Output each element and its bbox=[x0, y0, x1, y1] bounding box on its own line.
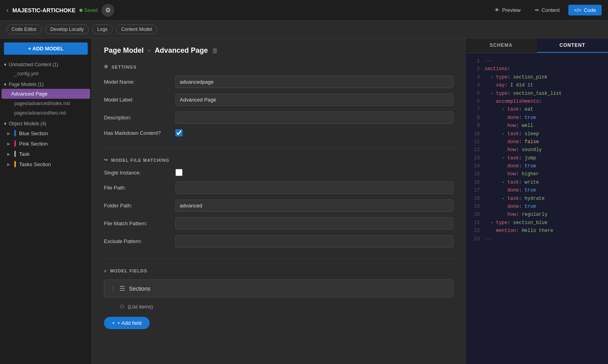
expand-arrow-tasks: ▶ bbox=[7, 162, 10, 167]
code-panel: SCHEMA CONTENT 1--- 2sections: 3 - type:… bbox=[465, 38, 608, 364]
logs-button[interactable]: Logs bbox=[92, 25, 113, 34]
file-match-pattern-row: File Match Pattern: bbox=[104, 217, 453, 230]
sidebar-item-advanced-page[interactable]: Advanced Page bbox=[2, 89, 90, 99]
saved-text: Saved bbox=[84, 8, 98, 13]
code-editor-button[interactable]: Code Editor bbox=[6, 25, 42, 34]
code-line-19: 19 done: true bbox=[466, 203, 608, 211]
code-icon: </> bbox=[574, 7, 581, 13]
trash-icon[interactable]: 🗑 bbox=[212, 47, 218, 54]
model-name-input[interactable] bbox=[175, 76, 453, 88]
add-field-button[interactable]: + + Add field bbox=[104, 317, 150, 329]
exclude-pattern-input[interactable] bbox=[175, 235, 453, 247]
plus-icon: + bbox=[112, 320, 115, 326]
exclude-pattern-label: Exclude Pattern: bbox=[104, 238, 175, 244]
exclude-pattern-row: Exclude Pattern: bbox=[104, 235, 453, 247]
list-icon: ☰ bbox=[119, 285, 125, 292]
code-line-1: 1--- bbox=[466, 57, 608, 65]
page-header: Page Model > Advanced Page 🗑 bbox=[104, 46, 453, 55]
expand-arrow-pink: ▶ bbox=[7, 142, 10, 146]
page-models-section[interactable]: ▾ Page Models (1) bbox=[0, 79, 92, 89]
chevron-down-icon-3: ▾ bbox=[4, 121, 6, 126]
code-line-17: 17 done: true bbox=[466, 186, 608, 194]
toolbar: Code Editor Develop Locally Logs Content… bbox=[0, 21, 608, 38]
code-line-21: 21 - type: section_blue bbox=[466, 219, 608, 227]
single-instance-checkbox[interactable] bbox=[175, 169, 183, 176]
chevron-down-icon: ▾ bbox=[4, 62, 6, 67]
matching-icon: ↪ bbox=[104, 157, 108, 163]
settings-section: ⚙ SETTINGS Model Name: Model Label: Desc… bbox=[104, 64, 453, 136]
code-line-11: 11 done: false bbox=[466, 138, 608, 146]
content-button[interactable]: ✏ Content bbox=[529, 5, 566, 15]
code-line-20: 20 how: regularly bbox=[466, 211, 608, 218]
blue-section-color-bar bbox=[14, 130, 16, 136]
main-layout: + ADD MODEL ▾ Unmatched Content (1) _con… bbox=[0, 38, 608, 364]
code-button[interactable]: </> Code bbox=[568, 5, 602, 15]
code-line-5: 5 - type: section_task_list bbox=[466, 90, 608, 98]
model-label-input[interactable] bbox=[175, 94, 453, 106]
sections-field-name: Sections bbox=[129, 285, 150, 292]
page-title: Advanced Page bbox=[155, 46, 208, 55]
sidebar-item-tasks-section[interactable]: ▶ Tasks Section bbox=[2, 159, 90, 169]
divider-1 bbox=[104, 148, 453, 148]
list-items-row: ⚇ (List items) bbox=[104, 300, 453, 314]
model-label-row: Model Label: bbox=[104, 94, 453, 106]
description-label: Description: bbox=[104, 115, 175, 121]
file-path-input[interactable] bbox=[175, 182, 453, 194]
file-match-pattern-input[interactable] bbox=[175, 217, 453, 230]
folder-path-input[interactable] bbox=[175, 199, 453, 212]
file-matching-section: ↪ MODEL FILE MATCHING Single Instance: F… bbox=[104, 157, 453, 247]
code-content: 1--- 2sections: 3 - type: section_pink 4… bbox=[466, 53, 608, 364]
code-line-13: 13 - task: jump bbox=[466, 154, 608, 162]
gear-settings-icon: ⚙ bbox=[104, 64, 108, 69]
file-path-row: File Path: bbox=[104, 182, 453, 194]
nav-left: ‹ MAJESTIC-ARTICHOKE Saved ⚙ bbox=[6, 4, 489, 17]
tasks-section-color-bar bbox=[14, 161, 16, 167]
markdown-row: Has Markdown Content? bbox=[104, 129, 453, 136]
code-line-16: 16 - task: write bbox=[466, 178, 608, 186]
sidebar-item-pink-section[interactable]: ▶ Pink Section bbox=[2, 138, 90, 149]
code-line-9: 9 how: well bbox=[466, 122, 608, 130]
code-line-4: 4 say: I did it bbox=[466, 81, 608, 89]
preview-eye-icon: 👁 bbox=[494, 7, 500, 13]
model-name-label: Model Name: bbox=[104, 79, 175, 85]
breadcrumb-page-model: Page Model bbox=[104, 46, 144, 55]
code-line-3: 3 - type: section_pink bbox=[466, 73, 608, 81]
pencil-icon: ✏ bbox=[535, 7, 539, 13]
saved-badge: Saved bbox=[79, 8, 98, 13]
sidebar-item-advanced-index[interactable]: pages/advanced/index.md bbox=[2, 99, 90, 108]
unmatched-content-section[interactable]: ▾ Unmatched Content (1) bbox=[0, 59, 92, 69]
drag-handle-icon[interactable]: ⋮ bbox=[110, 285, 115, 292]
preview-button[interactable]: 👁 Preview bbox=[489, 5, 526, 15]
sidebar-item-advanced-two[interactable]: pages/advanced/two.md bbox=[2, 108, 90, 118]
settings-title: ⚙ SETTINGS bbox=[104, 64, 453, 69]
sidebar-item-config[interactable]: _config.yml bbox=[2, 69, 90, 79]
object-models-section[interactable]: ▾ Object Models (4) bbox=[0, 118, 92, 128]
code-line-10: 10 - task: sleep bbox=[466, 130, 608, 138]
sidebar-item-task[interactable]: ▶ Task bbox=[2, 149, 90, 159]
sidebar-item-blue-section[interactable]: ▶ Blue Section bbox=[2, 128, 90, 138]
single-instance-row: Single Instance: bbox=[104, 169, 453, 176]
single-instance-label: Single Instance: bbox=[104, 170, 175, 176]
gear-icon[interactable]: ⚙ bbox=[102, 4, 114, 17]
sections-field-card: ⋮ ☰ Sections bbox=[104, 280, 453, 297]
content-model-button[interactable]: Content Model bbox=[116, 25, 157, 34]
model-label-label: Model Label: bbox=[104, 97, 175, 103]
back-button[interactable]: ‹ bbox=[6, 7, 8, 14]
code-line-15: 15 how: higher bbox=[466, 170, 608, 178]
sidebar: + ADD MODEL ▾ Unmatched Content (1) _con… bbox=[0, 38, 92, 364]
add-model-button[interactable]: + ADD MODEL bbox=[4, 42, 88, 55]
has-markdown-label: Has Markdown Content? bbox=[104, 130, 175, 136]
code-line-6: 6 accomplishments: bbox=[466, 98, 608, 105]
top-nav: ‹ MAJESTIC-ARTICHOKE Saved ⚙ 👁 Preview ✏… bbox=[0, 0, 608, 21]
model-fields-title: ≡ MODEL FIELDS bbox=[104, 268, 453, 273]
code-line-2: 2sections: bbox=[466, 65, 608, 73]
code-line-14: 14 done: true bbox=[466, 162, 608, 170]
develop-locally-button[interactable]: Develop Locally bbox=[45, 25, 89, 34]
tab-schema[interactable]: SCHEMA bbox=[466, 38, 537, 53]
expand-arrow-blue: ▶ bbox=[7, 131, 10, 136]
description-input[interactable] bbox=[175, 111, 453, 124]
model-fields-section: ≡ MODEL FIELDS ⋮ ☰ Sections ⚇ (List item… bbox=[104, 268, 453, 329]
tab-content[interactable]: CONTENT bbox=[537, 38, 608, 53]
pink-section-color-bar bbox=[14, 140, 16, 147]
has-markdown-checkbox[interactable] bbox=[175, 129, 183, 136]
